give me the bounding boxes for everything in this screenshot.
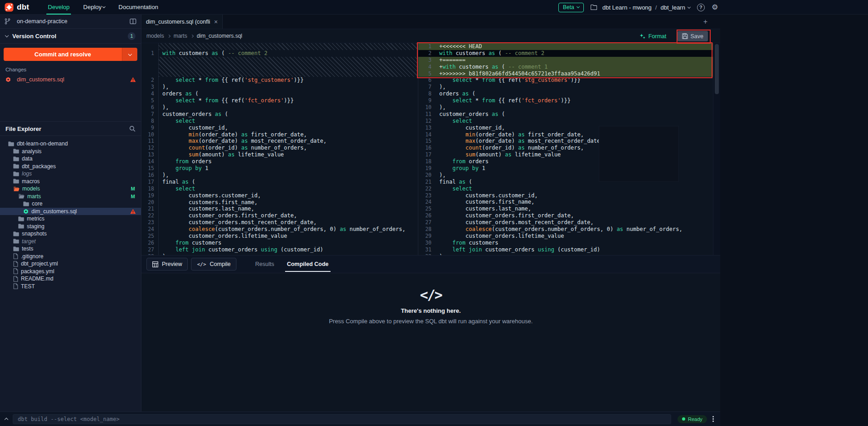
tree-item-snapshots[interactable]: snapshots	[0, 230, 141, 238]
tree-item-macros[interactable]: macros	[0, 178, 141, 185]
line-number: 3	[141, 84, 159, 90]
code-content: max(order_date) as most_recent_order_dat…	[436, 138, 603, 145]
line-number: 17	[418, 151, 436, 158]
folder-icon	[18, 224, 24, 229]
dbt-logo[interactable]: dbt	[5, 3, 29, 12]
line-number: 5	[141, 97, 159, 104]
preview-button[interactable]: Preview	[146, 258, 188, 271]
code-content: +=======	[436, 57, 466, 64]
tree-item-TEST[interactable]: TEST	[0, 283, 141, 291]
editor-scrollbar[interactable]	[713, 43, 720, 255]
tree-item-README.md[interactable]: README.md	[0, 275, 141, 283]
line-number: 1	[141, 50, 159, 57]
toolbar-actions: Format Save	[639, 29, 708, 43]
code-content: left join customer_orders using (custome…	[159, 246, 323, 253]
chevron-up-icon	[5, 418, 8, 421]
line-number: 17	[141, 179, 159, 185]
tree-item-analysis[interactable]: analysis	[0, 148, 141, 155]
panel-tab-results[interactable]: Results	[249, 255, 281, 273]
code-line-4: 4+with customers as ( -- comment 1	[418, 64, 713, 70]
tree-item-.gitignore[interactable]: .gitignore	[0, 253, 141, 261]
navbar-right: Beta dbt Learn - mwong / dbt_learn ? ⚙	[558, 0, 718, 15]
compile-button[interactable]: </> Compile	[191, 258, 236, 271]
tree-item-label: snapshots	[22, 231, 47, 237]
file-explorer-header[interactable]: File Explorer	[0, 121, 141, 136]
chevron-right-icon	[167, 34, 171, 37]
line-number: 23	[418, 192, 436, 199]
line-number: 11	[141, 138, 159, 145]
code-line-18: 18 select	[141, 185, 418, 192]
tree-item-label: marts	[27, 193, 41, 200]
scrollbar-thumb[interactable]	[715, 44, 719, 94]
expand-panel-button[interactable]	[0, 417, 13, 421]
tree-item-label: dbt_packages	[22, 163, 56, 170]
commit-and-resolve-button[interactable]: Commit and resolve	[4, 48, 137, 61]
commit-button-label[interactable]: Commit and resolve	[4, 48, 122, 61]
close-icon[interactable]: ×	[214, 18, 218, 25]
nav-item-deploy[interactable]: Deploy	[76, 0, 111, 15]
editor-tab-dim-customers[interactable]: dim_customers.sql (confli... ×	[141, 15, 223, 29]
line-number: 7	[141, 111, 159, 118]
new-tab-button[interactable]: +	[703, 15, 707, 29]
code-line-1: 1with customers as ( -- comment 2	[141, 50, 418, 57]
tree-item-core[interactable]: core	[0, 200, 141, 208]
changed-file-row[interactable]: dim_customers.sql	[0, 75, 141, 84]
line-number: 24	[418, 199, 436, 205]
command-statusbar: Ready	[0, 411, 720, 426]
help-button[interactable]: ?	[697, 4, 705, 11]
code-content: group by 1	[436, 165, 485, 172]
search-icon[interactable]	[129, 125, 135, 132]
nav-item-documentation[interactable]: Documentation	[112, 0, 165, 15]
save-button[interactable]: Save	[677, 31, 708, 41]
tree-item-label: dim_customers.sql	[31, 208, 77, 215]
code-content: ),	[436, 84, 446, 90]
nav-item-develop[interactable]: Develop	[41, 0, 76, 15]
code-content: from orders	[159, 158, 211, 165]
code-content: select	[436, 118, 472, 125]
format-button[interactable]: Format	[639, 33, 667, 40]
line-number: 8	[418, 90, 436, 97]
line-number: 29	[418, 233, 436, 240]
folder-icon	[13, 171, 19, 176]
green-status-dot	[682, 417, 685, 421]
version-control-header[interactable]: Version Control 1	[0, 29, 141, 44]
tree-item-target[interactable]: target	[0, 238, 141, 246]
tree-item-models[interactable]: modelsM	[0, 185, 141, 193]
tree-item-logs[interactable]: logs	[0, 170, 141, 178]
tree-item-dbt-learn-on-demand[interactable]: dbt-learn-on-demand	[0, 140, 141, 148]
version-control-title: Version Control	[12, 33, 56, 40]
beta-selector[interactable]: Beta	[558, 3, 584, 12]
dbt-file-icon	[23, 209, 29, 214]
command-input[interactable]	[13, 414, 671, 424]
settings-button[interactable]: ⚙	[712, 4, 718, 11]
save-label: Save	[691, 33, 704, 40]
line-number: 13	[141, 151, 159, 158]
tree-item-packages.yml[interactable]: packages.yml	[0, 268, 141, 276]
project-selector[interactable]: dbt Learn - mwong / dbt_learn	[591, 4, 690, 11]
code-line-19: 19 customers.customer_id,	[141, 192, 418, 199]
git-branch-selector[interactable]: on-demand-practice	[0, 15, 141, 29]
code-content: customers.last_name,	[436, 205, 531, 212]
code-content: customer_orders as (	[159, 111, 228, 118]
code-line-9: 9 customer_id,	[141, 125, 418, 131]
tree-item-metrics[interactable]: metrics	[0, 215, 141, 223]
tree-item-staging[interactable]: staging	[0, 223, 141, 231]
path-separator: /	[655, 4, 657, 11]
code-editor-left-pane[interactable]: 1with customers as ( -- comment 22 selec…	[141, 43, 418, 255]
reader-book-icon[interactable]	[130, 19, 136, 24]
file-icon	[13, 261, 18, 267]
code-line-26: 26 from customers	[141, 240, 418, 246]
panel-tab-compiled-code[interactable]: Compiled Code	[281, 255, 335, 273]
kebab-menu[interactable]	[712, 416, 714, 422]
tree-item-data[interactable]: data	[0, 155, 141, 163]
code-content: select	[159, 118, 195, 125]
tree-item-dim_customers.sql[interactable]: dim_customers.sql	[0, 208, 141, 216]
tree-item-marts[interactable]: martsM	[0, 193, 141, 200]
folder-icon	[13, 179, 19, 184]
tree-item-dbt_packages[interactable]: dbt_packages	[0, 163, 141, 170]
tree-item-dbt_project.yml[interactable]: dbt_project.yml	[0, 260, 141, 268]
commit-options-caret[interactable]	[122, 48, 137, 61]
code-content: max(order_date) as most_recent_order_dat…	[159, 138, 326, 145]
tree-item-tests[interactable]: tests	[0, 245, 141, 253]
status-ready-badge: Ready	[677, 415, 707, 423]
